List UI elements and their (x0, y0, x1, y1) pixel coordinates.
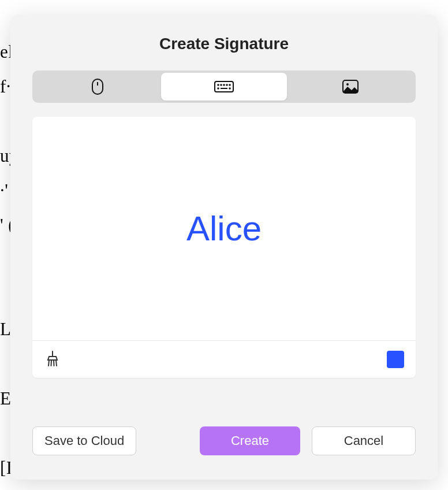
tab-draw[interactable] (35, 73, 161, 101)
svg-line-14 (51, 360, 52, 366)
svg-line-15 (54, 360, 54, 366)
create-button[interactable]: Create (200, 426, 300, 455)
svg-rect-0 (92, 79, 103, 94)
signature-typed-text: Alice (186, 209, 262, 248)
svg-point-5 (223, 84, 225, 86)
svg-point-4 (221, 84, 222, 86)
tab-type[interactable] (161, 73, 288, 101)
svg-point-7 (229, 84, 230, 86)
keyboard-icon (214, 80, 234, 93)
create-signature-modal: Create Signature (10, 15, 438, 480)
input-method-tabs (32, 70, 416, 103)
svg-point-12 (346, 83, 349, 86)
color-swatch[interactable] (387, 351, 404, 368)
svg-rect-2 (215, 81, 233, 92)
svg-line-16 (56, 360, 57, 366)
tab-image[interactable] (287, 73, 413, 101)
svg-point-8 (218, 88, 219, 89)
svg-point-3 (218, 84, 219, 86)
canvas-toolbar (32, 341, 416, 378)
modal-footer: Save to Cloud Create Cancel (10, 392, 438, 480)
image-icon (342, 79, 359, 94)
save-to-cloud-button[interactable]: Save to Cloud (32, 426, 136, 455)
cancel-button[interactable]: Cancel (312, 426, 416, 455)
broom-icon (45, 350, 60, 369)
signature-canvas: Alice (32, 117, 416, 378)
signature-preview-area[interactable]: Alice (32, 117, 416, 341)
clear-button[interactable] (42, 347, 64, 373)
svg-line-13 (48, 360, 49, 366)
svg-point-6 (226, 84, 227, 86)
svg-point-9 (229, 88, 230, 89)
modal-title: Create Signature (10, 15, 438, 70)
mouse-icon (91, 78, 104, 95)
